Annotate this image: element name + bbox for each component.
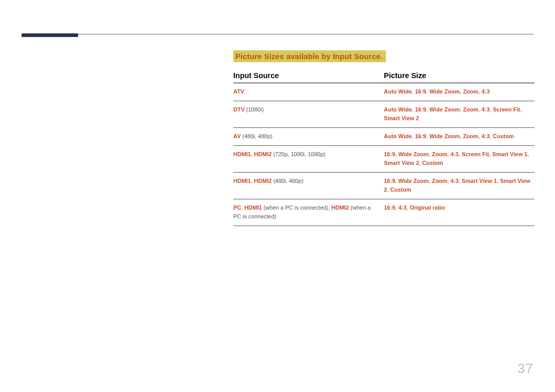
highlight-term: PC bbox=[233, 204, 241, 211]
highlight-term: Auto Wide bbox=[384, 88, 412, 95]
highlight-term: Wide Zoom bbox=[430, 106, 460, 113]
highlight-term: Custom bbox=[493, 133, 514, 139]
cell-picture-size: 16:9, 4:3, Original ratio bbox=[384, 203, 534, 221]
highlight-term: HDMI1 bbox=[233, 151, 251, 157]
highlight-term: Smart View 1 bbox=[492, 151, 527, 157]
table-row: PC, HDMI1 (when a PC is connected), HDMI… bbox=[233, 199, 534, 226]
highlight-term: 16:9 bbox=[384, 151, 395, 157]
table-header-row: Input Source Picture Size bbox=[233, 71, 534, 83]
table-row: HDMI1, HDMI2 (720p, 1080i, 1080p)16:9, W… bbox=[233, 146, 534, 173]
table-row: DTV (1080i)Auto Wide, 16:9, Wide Zoom, Z… bbox=[233, 101, 534, 128]
highlight-term: Zoom bbox=[463, 88, 478, 95]
cell-input-source: HDMI1, HDMI2 (480i, 480p) bbox=[233, 177, 384, 194]
cell-input-source: HDMI1, HDMI2 (720p, 1080i, 1080p) bbox=[233, 150, 384, 167]
highlight-term: Wide Zoom bbox=[398, 178, 429, 184]
top-horizontal-rule bbox=[22, 34, 533, 34]
highlight-term: 16:9 bbox=[415, 88, 426, 95]
highlight-term: Zoom bbox=[432, 178, 447, 184]
highlight-term: Auto Wide bbox=[384, 106, 412, 113]
highlight-term: Smart View 2 bbox=[384, 160, 419, 166]
cell-picture-size: Auto Wide, 16:9, Wide Zoom, Zoom, 4:3 bbox=[384, 87, 534, 96]
highlight-term: AV bbox=[233, 133, 240, 139]
cell-input-source: AV (480i, 480p) bbox=[233, 132, 384, 141]
cell-input-source: ATV bbox=[233, 87, 384, 96]
highlight-term: Zoom bbox=[432, 151, 447, 157]
table-row: HDMI1, HDMI2 (480i, 480p)16:9, Wide Zoom… bbox=[233, 173, 534, 199]
section-title: Picture Sizes available by Input Source. bbox=[233, 50, 386, 62]
header-input-source: Input Source bbox=[233, 71, 384, 80]
highlight-term: HDMI1 bbox=[244, 204, 262, 211]
highlight-term: Wide Zoom bbox=[430, 133, 460, 139]
highlight-term: Screen Fit bbox=[462, 151, 489, 157]
highlight-term: HDMI2 bbox=[254, 151, 271, 157]
highlight-term: ATV bbox=[233, 88, 244, 95]
highlight-term: Original ratio bbox=[410, 204, 445, 211]
cell-input-source: PC, HDMI1 (when a PC is connected), HDMI… bbox=[233, 203, 384, 221]
highlight-term: Custom bbox=[422, 160, 443, 166]
highlight-term: 4:3 bbox=[482, 88, 490, 95]
plain-text: (1080i) bbox=[245, 106, 264, 113]
plain-text: , bbox=[520, 106, 522, 113]
cell-picture-size: 16:9, Wide Zoom, Zoom, 4:3, Screen Fit, … bbox=[384, 150, 534, 167]
content-area: Picture Sizes available by Input Source.… bbox=[233, 50, 534, 226]
highlight-term: Wide Zoom bbox=[398, 151, 429, 157]
highlight-term: Zoom bbox=[463, 133, 478, 139]
cell-picture-size: 16:9, Wide Zoom, Zoom, 4:3, Smart View 1… bbox=[384, 177, 534, 194]
highlight-term: 4:3 bbox=[451, 151, 459, 157]
highlight-term: DTV bbox=[233, 106, 245, 113]
highlight-term: Auto Wide bbox=[384, 133, 412, 139]
highlight-term: 4:3 bbox=[482, 106, 490, 113]
highlight-term: 4:3 bbox=[398, 204, 406, 211]
plain-text: , bbox=[527, 151, 529, 157]
highlight-term: 4:3 bbox=[451, 178, 459, 184]
cell-picture-size: Auto Wide, 16:9, Wide Zoom, Zoom, 4:3, S… bbox=[384, 105, 534, 123]
header-picture-size: Picture Size bbox=[384, 71, 534, 80]
cell-picture-size: Auto Wide, 16:9, Wide Zoom, Zoom, 4:3, C… bbox=[384, 132, 534, 141]
picture-size-table: Input Source Picture Size ATVAuto Wide, … bbox=[233, 71, 534, 226]
highlight-term: 16:9 bbox=[384, 204, 395, 211]
page-number: 37 bbox=[517, 361, 533, 377]
highlight-term: Custom bbox=[390, 186, 411, 193]
highlight-term: Wide Zoom bbox=[430, 88, 460, 95]
highlight-term: Screen Fit bbox=[493, 106, 520, 113]
cell-input-source: DTV (1080i) bbox=[233, 105, 384, 123]
highlight-term: 16:9 bbox=[415, 133, 426, 139]
plain-text: (when a PC is connected), bbox=[262, 204, 331, 211]
highlight-term: 16:9 bbox=[384, 178, 395, 184]
top-accent-bar bbox=[22, 33, 78, 37]
table-row: ATVAuto Wide, 16:9, Wide Zoom, Zoom, 4:3 bbox=[233, 83, 534, 101]
highlight-term: HDMI1 bbox=[233, 178, 251, 184]
plain-text: (720p, 1080i, 1080p) bbox=[272, 151, 326, 157]
highlight-term: HDMI2 bbox=[331, 204, 349, 211]
highlight-term: 4:3 bbox=[482, 133, 490, 139]
highlight-term: HDMI2 bbox=[254, 178, 271, 184]
table-body: ATVAuto Wide, 16:9, Wide Zoom, Zoom, 4:3… bbox=[233, 83, 534, 226]
plain-text: (480i, 480p) bbox=[272, 178, 304, 184]
highlight-term: Zoom bbox=[463, 106, 478, 113]
highlight-term: Smart View 1 bbox=[462, 178, 497, 184]
highlight-term: 16:9 bbox=[415, 106, 426, 113]
table-row: AV (480i, 480p)Auto Wide, 16:9, Wide Zoo… bbox=[233, 128, 534, 146]
highlight-term: Smart View 2 bbox=[384, 115, 419, 121]
plain-text: (480i, 480p) bbox=[240, 133, 272, 139]
